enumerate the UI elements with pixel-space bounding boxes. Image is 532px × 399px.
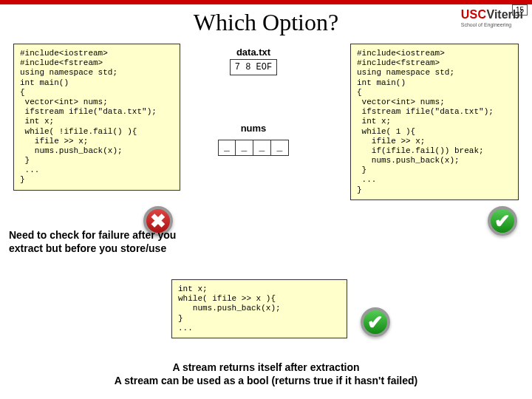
nums-cell: _ <box>218 140 236 156</box>
nums-array: _ _ _ _ <box>191 140 316 156</box>
footer-line: A stream can be used as a bool (returns … <box>0 374 532 387</box>
brand-usc: USC <box>461 8 487 21</box>
hint-line: Need to check for failure after you <box>9 229 176 242</box>
nums-cell: _ <box>236 140 253 156</box>
data-file-contents: 7 8 EOF <box>230 59 277 75</box>
correct-icon: ✔ <box>361 307 390 337</box>
nums-cell: _ <box>253 140 271 156</box>
brand-viterbi: Viterbi <box>487 8 524 21</box>
middle-column: data.txt 7 8 EOF nums _ _ _ _ <box>191 47 316 156</box>
page-title: Which Option? <box>0 9 532 36</box>
footer-notes: A stream returns itself after extraction… <box>0 361 532 387</box>
hint-line: extract but before you store/use <box>9 242 176 256</box>
code-option-right: #include<iostream> #include<fstream> usi… <box>350 44 519 200</box>
correct-icon: ✔ <box>488 206 517 236</box>
code-option-left: #include<iostream> #include<fstream> usi… <box>13 44 180 191</box>
brand-school: School of Engineering <box>461 22 512 27</box>
data-file-label: data.txt <box>191 47 316 58</box>
hint-text: Need to check for failure after you extr… <box>9 229 176 255</box>
nums-label: nums <box>191 123 316 134</box>
accent-bar <box>0 0 532 4</box>
code-option-bottom: int x; while( ifile >> x ){ nums.push_ba… <box>171 279 347 338</box>
brand-logo: USCViterbi School of Engineering <box>461 10 523 29</box>
nums-cell: _ <box>271 140 289 156</box>
footer-line: A stream returns itself after extraction <box>0 361 532 374</box>
